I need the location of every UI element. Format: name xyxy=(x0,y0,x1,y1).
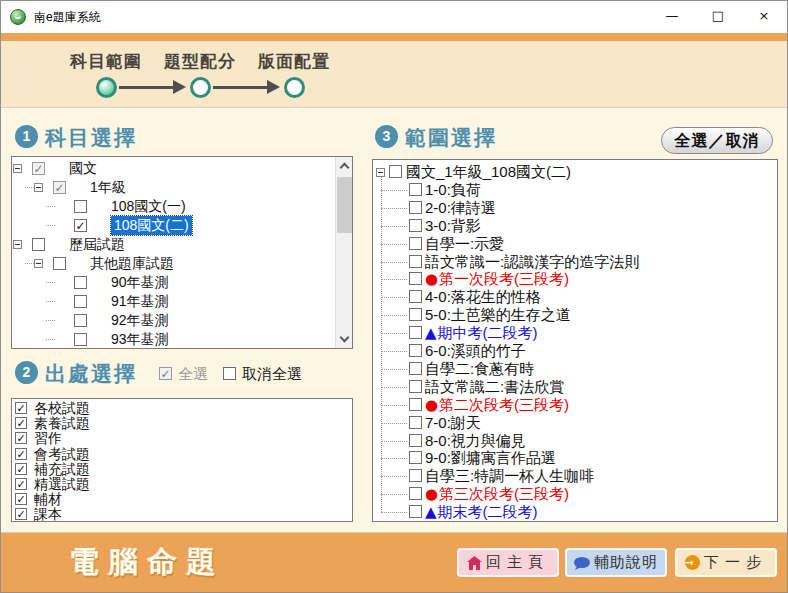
list-item[interactable]: 補充試題 xyxy=(12,462,352,477)
tree-item[interactable]: 108國文(一) xyxy=(12,197,335,216)
tree-item-label[interactable]: 2-0:律詩選 xyxy=(425,199,496,217)
tree-item[interactable]: 4-0:落花生的性格 xyxy=(373,288,777,306)
tree-item-label[interactable]: ●第三次段考(三段考) xyxy=(425,485,569,503)
tree-item[interactable]: 國文 xyxy=(12,159,335,178)
tree-item[interactable]: ●第一次段考(三段考) xyxy=(373,270,777,288)
range-checkbox[interactable] xyxy=(409,201,422,214)
tree-item[interactable]: 91年基測 xyxy=(12,292,335,311)
tree-item-label[interactable]: ●第二次段考(三段考) xyxy=(425,396,569,414)
range-checkbox[interactable] xyxy=(409,398,422,411)
range-checkbox[interactable] xyxy=(409,505,422,518)
range-checkbox[interactable] xyxy=(409,183,422,196)
tree-item-label[interactable]: 其他題庫試題 xyxy=(90,254,174,273)
tree-item[interactable]: 其他題庫試題 xyxy=(12,254,335,273)
tree-item[interactable]: 語文常識二:書法欣賞 xyxy=(373,378,777,396)
tree-item[interactable]: 8-0:視力與偏見 xyxy=(373,432,777,450)
tree-item[interactable]: 5-0:土芭樂的生存之道 xyxy=(373,306,777,324)
tree-item[interactable]: 93年基測 xyxy=(12,330,335,349)
tree-item[interactable]: 7-0:謝天 xyxy=(373,414,777,432)
scroll-up-icon[interactable] xyxy=(340,163,350,173)
tree-item-label[interactable]: ▲期中考(二段考) xyxy=(425,324,538,342)
tree-item-label[interactable]: ●第一次段考(三段考) xyxy=(425,270,569,288)
tree-item-label[interactable]: 語文常識二:書法欣賞 xyxy=(425,378,564,396)
tree-item[interactable]: 國文_1年級_108國文(二) xyxy=(373,163,777,181)
list-item[interactable]: 會考試題 xyxy=(12,447,352,462)
range-checkbox[interactable] xyxy=(409,434,422,447)
tree-item-label[interactable]: 1年級 xyxy=(90,178,126,197)
source-checkbox[interactable] xyxy=(15,478,27,490)
tree-item-label[interactable]: 自學三:特調一杯人生咖啡 xyxy=(425,467,594,485)
range-checkbox[interactable] xyxy=(409,272,422,285)
expander-icon[interactable] xyxy=(34,259,43,268)
expander-icon[interactable] xyxy=(34,183,43,192)
tree-item-label[interactable]: 自學二:食蔥有時 xyxy=(425,360,534,378)
range-checkbox[interactable] xyxy=(409,487,422,500)
tree-checkbox[interactable] xyxy=(32,162,45,175)
tree-item-label[interactable]: ▲期末考(二段考) xyxy=(425,503,538,521)
list-item[interactable]: 習作 xyxy=(12,431,352,446)
tree-item[interactable]: ●第二次段考(三段考) xyxy=(373,396,777,414)
expander-icon[interactable] xyxy=(13,164,22,173)
scroll-down-icon[interactable] xyxy=(340,333,350,343)
tree-item-label[interactable]: 6-0:溪頭的竹子 xyxy=(425,342,526,360)
tree-checkbox[interactable] xyxy=(53,181,66,194)
tree-item[interactable]: 90年基測 xyxy=(12,273,335,292)
tree-item-label[interactable]: 5-0:土芭樂的生存之道 xyxy=(425,306,571,324)
tree-item[interactable]: 自學二:食蔥有時 xyxy=(373,360,777,378)
tree-item[interactable]: 1年級 xyxy=(12,178,335,197)
tree-item[interactable]: ●第三次段考(三段考) xyxy=(373,485,777,503)
tree-item[interactable]: 歷屆試題 xyxy=(12,235,335,254)
tree-item[interactable]: 2-0:律詩選 xyxy=(373,199,777,217)
tree-checkbox[interactable] xyxy=(74,276,87,289)
maximize-button[interactable]: □ xyxy=(695,1,741,33)
source-checkbox[interactable] xyxy=(15,448,27,460)
tree-item[interactable]: 1-0:負荷 xyxy=(373,181,777,199)
tree-item[interactable]: 108國文(二) xyxy=(12,216,335,235)
range-checkbox[interactable] xyxy=(409,416,422,429)
source-checkbox[interactable] xyxy=(15,402,27,414)
range-checkbox[interactable] xyxy=(409,362,422,375)
tree-item-label[interactable]: 91年基測 xyxy=(111,292,169,311)
tree-item[interactable]: 語文常識一:認識漢字的造字法則 xyxy=(373,253,777,271)
tree-item-label[interactable]: 國文 xyxy=(69,159,97,178)
tree-item-label[interactable]: 9-0:劉墉寓言作品選 xyxy=(425,449,556,467)
range-checkbox[interactable] xyxy=(409,451,422,464)
range-checkbox[interactable] xyxy=(409,344,422,357)
help-button[interactable]: 輔助說明 xyxy=(565,548,667,577)
tree-checkbox[interactable] xyxy=(74,200,87,213)
range-checkbox[interactable] xyxy=(409,290,422,303)
deselect-all-checkbox[interactable] xyxy=(223,367,236,380)
range-checkbox[interactable] xyxy=(409,326,422,339)
range-checkbox[interactable] xyxy=(409,255,422,268)
tree-item[interactable]: 6-0:溪頭的竹子 xyxy=(373,342,777,360)
tree-checkbox[interactable] xyxy=(74,314,87,327)
tree-item-label[interactable]: 7-0:謝天 xyxy=(425,414,481,432)
range-checkbox[interactable] xyxy=(409,469,422,482)
list-item[interactable]: 各校試題 xyxy=(12,401,352,416)
range-checkbox[interactable] xyxy=(409,237,422,250)
tree-item-label[interactable]: 國文_1年級_108國文(二) xyxy=(406,163,571,181)
tree-item[interactable]: ▲期末考(二段考) xyxy=(373,503,777,521)
range-checkbox[interactable] xyxy=(409,219,422,232)
expander-icon[interactable] xyxy=(376,168,385,177)
source-checkbox[interactable] xyxy=(15,493,27,505)
tree-item-label[interactable]: 4-0:落花生的性格 xyxy=(425,288,541,306)
tree-item[interactable]: 92年基測 xyxy=(12,311,335,330)
tree-item-label[interactable]: 自學一:示愛 xyxy=(425,235,504,253)
tree-checkbox[interactable] xyxy=(74,295,87,308)
tree-item[interactable]: 自學一:示愛 xyxy=(373,235,777,253)
tree-item[interactable]: 自學三:特調一杯人生咖啡 xyxy=(373,467,777,485)
list-item[interactable]: 輔材 xyxy=(12,492,352,507)
close-button[interactable]: × xyxy=(741,1,787,33)
tree-item-label[interactable]: 93年基測 xyxy=(111,330,169,349)
range-checkbox[interactable] xyxy=(389,165,402,178)
tree-item-label[interactable]: 92年基測 xyxy=(111,311,169,330)
range-checkbox[interactable] xyxy=(409,380,422,393)
tree-item-label[interactable]: 歷屆試題 xyxy=(69,235,125,254)
source-checkbox[interactable] xyxy=(15,508,27,520)
tree-item-label[interactable]: 3-0:背影 xyxy=(425,217,481,235)
tree-item-label[interactable]: 108國文(一) xyxy=(111,197,186,216)
list-item[interactable]: 素養試題 xyxy=(12,416,352,431)
tree-checkbox[interactable] xyxy=(74,219,87,232)
tree-checkbox[interactable] xyxy=(53,257,66,270)
